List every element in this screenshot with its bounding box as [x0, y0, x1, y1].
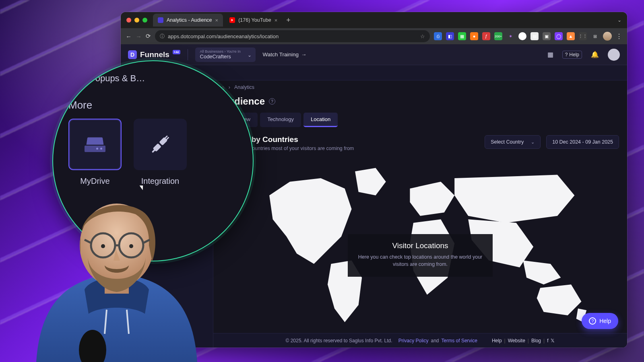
arrow-right-icon: →	[301, 51, 307, 58]
extension-icon[interactable]: ▲	[567, 32, 575, 40]
tab-title: Analytics - Audience	[167, 17, 212, 23]
tabs-dropdown-button[interactable]: ⌄	[615, 17, 624, 23]
back-button[interactable]: ←	[126, 33, 132, 40]
reload-button[interactable]: ⟳	[146, 33, 151, 40]
site-info-icon[interactable]: ⓘ	[160, 33, 165, 40]
x-icon[interactable]: 𝕏	[551, 338, 555, 343]
extension-icon[interactable]: ✶	[506, 32, 514, 40]
date-range-picker[interactable]: 10 Dec 2024 - 09 Jan 2025	[546, 135, 619, 149]
address-bar[interactable]: ⓘ apps.dotcompal.com/audienceanalytics/l…	[155, 30, 430, 42]
privacy-link[interactable]: Privacy Policy	[398, 338, 429, 343]
sub-header: ▦ Analytics	[121, 65, 627, 80]
footer-blog-link[interactable]: Blog	[531, 338, 541, 343]
footer-help-link[interactable]: Help	[492, 338, 502, 343]
tab-label: Technology	[267, 116, 294, 122]
page-title: Audience	[221, 96, 265, 107]
ai-badge: +AI	[173, 50, 180, 54]
tooltip-body: Here you can check top locations around …	[356, 253, 485, 268]
terms-link[interactable]: Terms of Service	[442, 338, 477, 343]
section-label: Analytics	[140, 70, 161, 76]
svg-point-12	[101, 244, 105, 248]
extension-icon[interactable]	[518, 32, 526, 40]
maximize-window-button[interactable]	[142, 18, 147, 23]
help-icon: ?	[589, 317, 596, 325]
help-label: Help	[569, 52, 579, 58]
help-tooltip-icon[interactable]: ?	[269, 98, 275, 105]
help-fab[interactable]: ? Help	[582, 313, 618, 329]
tooltip-title: Visitor Locations	[356, 241, 485, 250]
user-avatar[interactable]	[608, 49, 620, 61]
menu-grid-icon[interactable]: ▦	[128, 69, 134, 76]
new-tab-button[interactable]: +	[284, 16, 293, 25]
extensions-menu-icon[interactable]: ⊞	[591, 32, 599, 40]
home-icon[interactable]: ⌂	[221, 84, 225, 90]
footer-website-link[interactable]: Website	[508, 338, 525, 343]
divider	[188, 49, 188, 60]
business-selector-value: CodeCrafters	[200, 53, 242, 60]
brand-name: Funnels	[140, 50, 169, 59]
extension-icon[interactable]: ⋮⋮	[579, 32, 587, 40]
country-select[interactable]: Select Country ⌄	[485, 135, 541, 149]
help-icon: ?	[565, 52, 568, 58]
extension-icon[interactable]: ▦	[458, 32, 466, 40]
chevron-down-icon: ⌄	[248, 52, 252, 58]
audience-tabs: Overview Technology Location	[213, 113, 627, 130]
profile-avatar[interactable]	[603, 32, 612, 41]
business-selector[interactable]: All Businesses › You're In CodeCrafters …	[195, 47, 256, 62]
extension-icon[interactable]: ◯	[555, 32, 563, 40]
tab-overview[interactable]: Overview	[221, 113, 258, 127]
notifications-icon[interactable]: 🔔	[589, 51, 601, 58]
extension-icon[interactable]: ●	[470, 32, 478, 40]
tab-technology[interactable]: Technology	[260, 113, 301, 127]
browser-toolbar: ← → ⟳ ⓘ apps.dotcompal.com/audienceanaly…	[121, 28, 627, 44]
brand-logo[interactable]: D Funnels +AI	[128, 50, 180, 59]
watch-training-label: Watch Training	[263, 51, 299, 58]
extension-icon[interactable]: ƒ	[482, 32, 490, 40]
map-tooltip: Visitor Locations Here you can check top…	[348, 234, 493, 277]
breadcrumb-item[interactable]: Analytics	[234, 84, 254, 90]
chevron-right-icon: ›	[229, 84, 230, 90]
date-range-value: 10 Dec 2024 - 09 Jan 2025	[552, 139, 613, 145]
extension-bar: ⎙ ◧ ▦ ● ƒ 200+ ✶ ▤ ▣ ◯ ▲ ⋮⋮ ⊞ ⋮	[434, 32, 622, 41]
watch-training-link[interactable]: Watch Training →	[263, 51, 307, 58]
url-text: apps.dotcompal.com/audienceanalytics/loc…	[168, 33, 279, 39]
close-tab-icon[interactable]: ×	[215, 17, 219, 23]
chevron-down-icon: ⌄	[531, 140, 535, 145]
browser-tabstrip: Analytics - Audience × (176) YouTube × +…	[121, 12, 627, 28]
brand-icon: D	[128, 50, 137, 59]
window-controls	[126, 18, 147, 23]
extension-icon[interactable]: 200+	[494, 32, 502, 40]
copyright-text: © 2025. All rights reserved to Saglus In…	[286, 338, 392, 343]
help-fab-label: Help	[599, 318, 611, 324]
close-tab-icon[interactable]: ×	[275, 17, 278, 23]
browser-tab-analytics[interactable]: Analytics - Audience ×	[153, 14, 223, 27]
apps-grid-icon[interactable]: ▦	[546, 51, 555, 58]
tab-title: (176) YouTube	[238, 17, 271, 23]
presenter-webcam	[24, 189, 209, 362]
extension-icon[interactable]: ⎙	[434, 32, 442, 40]
breadcrumb: ⌂ › Analytics	[213, 80, 627, 94]
facebook-icon[interactable]: f	[547, 338, 548, 343]
section-heading: Visitors by Countries	[221, 135, 354, 144]
browser-tab-youtube[interactable]: (176) YouTube ×	[225, 14, 282, 27]
main-content: ⌂ › Analytics Audience ? Overview Techno…	[213, 80, 627, 348]
help-button[interactable]: ? Help	[562, 51, 582, 59]
bookmark-icon[interactable]: ☆	[420, 33, 425, 39]
app-header: D Funnels +AI All Businesses › You're In…	[121, 44, 627, 65]
section-subheading: Know which countries most of your visito…	[221, 146, 354, 151]
tab-label: Overview	[229, 116, 250, 122]
extension-icon[interactable]: ◧	[446, 32, 454, 40]
extension-icon[interactable]: ▣	[543, 32, 551, 40]
tab-location[interactable]: Location	[303, 113, 338, 127]
svg-point-13	[129, 244, 133, 248]
minimize-window-button[interactable]	[134, 18, 139, 23]
close-window-button[interactable]	[126, 18, 131, 23]
favicon-icon	[229, 17, 235, 23]
favicon-icon	[158, 17, 163, 23]
extension-icon[interactable]: ▤	[530, 32, 539, 40]
app-footer: © 2025. All rights reserved to Saglus In…	[213, 333, 627, 348]
browser-menu-button[interactable]: ⋮	[616, 33, 622, 40]
business-selector-caption: All Businesses › You're In	[200, 49, 242, 53]
forward-button[interactable]: →	[136, 33, 142, 40]
select-value: Select Country	[491, 139, 524, 145]
